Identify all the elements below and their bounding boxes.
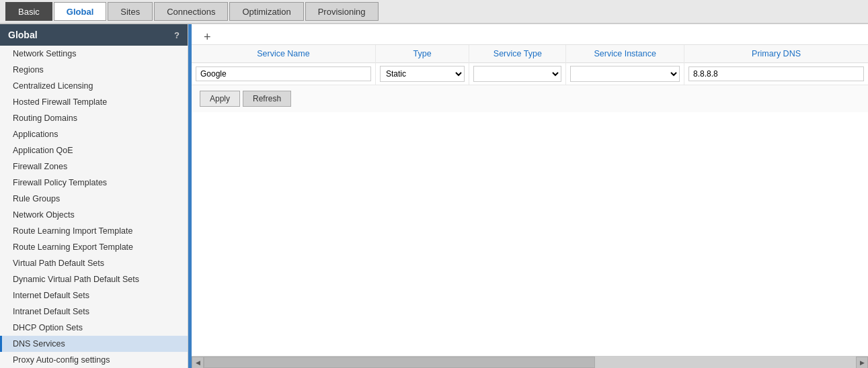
action-bar: Apply Refresh: [192, 85, 868, 112]
sidebar-item-internet-default-sets[interactable]: Internet Default Sets: [0, 287, 188, 304]
col-type: Type: [375, 45, 469, 63]
content-area: + Service Name Type Service Type Service…: [192, 24, 868, 368]
sidebar-item-route-learning-import-template[interactable]: Route Learning Import Template: [0, 223, 188, 239]
cell-service-name: [192, 63, 375, 85]
cell-service-type: [469, 63, 566, 85]
sidebar-item-regions[interactable]: Regions: [0, 62, 188, 78]
scroll-right-arrow[interactable]: ▶: [856, 357, 868, 369]
cell-instance: [566, 63, 684, 85]
sidebar-item-dns-services[interactable]: DNS Services: [0, 336, 188, 352]
sidebar-item-routing-domains[interactable]: Routing Domains: [0, 110, 188, 126]
col-instance: Service Instance: [566, 45, 684, 63]
type-select[interactable]: Static Dynamic: [380, 66, 465, 82]
cell-type: Static Dynamic: [375, 63, 469, 85]
service-type-select[interactable]: [473, 66, 561, 82]
instance-select[interactable]: [570, 66, 680, 82]
main-layout: Global ? Network SettingsRegionsCentrali…: [0, 24, 868, 368]
tab-optimization[interactable]: Optimization: [229, 2, 303, 21]
cell-primary-dns: [684, 63, 868, 85]
help-icon[interactable]: ?: [174, 30, 180, 40]
table-row: Static Dynamic: [192, 63, 868, 85]
scroll-thumb: [204, 357, 595, 368]
sidebar-item-hosted-firewall-template[interactable]: Hosted Firewall Template: [0, 94, 188, 110]
service-name-input[interactable]: [196, 66, 371, 81]
sidebar-item-network-objects[interactable]: Network Objects: [0, 207, 188, 223]
tab-basic[interactable]: Basic: [5, 2, 52, 21]
primary-dns-input[interactable]: [688, 66, 864, 81]
data-table: Service Name Type Service Type Service I…: [192, 45, 868, 85]
tab-connections[interactable]: Connections: [154, 2, 228, 21]
sidebar-items-container: Network SettingsRegionsCentralized Licen…: [0, 46, 188, 368]
sidebar-item-network-settings[interactable]: Network Settings: [0, 46, 188, 62]
tab-global[interactable]: Global: [54, 2, 106, 21]
horizontal-scrollbar: ◀ ▶: [192, 356, 868, 368]
sidebar: Global ? Network SettingsRegionsCentrali…: [0, 24, 188, 368]
sidebar-item-application-qoe[interactable]: Application QoE: [0, 142, 188, 158]
table-body: Static Dynamic: [192, 63, 868, 85]
table-top: +: [192, 24, 868, 45]
table-area: + Service Name Type Service Type Service…: [192, 24, 868, 356]
col-service-type: Service Type: [469, 45, 566, 63]
sidebar-header: Global ?: [0, 24, 188, 46]
scroll-track[interactable]: [204, 357, 856, 368]
sidebar-item-centralized-licensing[interactable]: Centralized Licensing: [0, 78, 188, 94]
content-wrapper: + Service Name Type Service Type Service…: [188, 24, 868, 368]
col-primary-dns: Primary DNS: [684, 45, 868, 63]
sidebar-item-route-learning-export-template[interactable]: Route Learning Export Template: [0, 239, 188, 255]
sidebar-item-applications[interactable]: Applications: [0, 126, 188, 142]
top-navigation: Basic Global Sites Connections Optimizat…: [0, 0, 868, 24]
tab-sites[interactable]: Sites: [108, 2, 153, 21]
sidebar-item-dhcp-option-sets[interactable]: DHCP Option Sets: [0, 320, 188, 336]
apply-button[interactable]: Apply: [200, 91, 240, 107]
sidebar-item-dynamic-virtual-path-default-sets[interactable]: Dynamic Virtual Path Default Sets: [0, 271, 188, 287]
refresh-button[interactable]: Refresh: [243, 91, 291, 107]
sidebar-item-virtual-path-default-sets[interactable]: Virtual Path Default Sets: [0, 255, 188, 271]
add-button[interactable]: +: [200, 30, 215, 44]
scroll-left-arrow[interactable]: ◀: [192, 357, 204, 369]
sidebar-item-proxy-auto-config-settings[interactable]: Proxy Auto-config settings: [0, 352, 188, 368]
table-header-row: Service Name Type Service Type Service I…: [192, 45, 868, 63]
tab-provisioning[interactable]: Provisioning: [305, 2, 379, 21]
sidebar-title: Global: [8, 30, 38, 40]
sidebar-item-intranet-default-sets[interactable]: Intranet Default Sets: [0, 304, 188, 320]
sidebar-item-rule-groups[interactable]: Rule Groups: [0, 191, 188, 207]
sidebar-item-firewall-zones[interactable]: Firewall Zones: [0, 158, 188, 175]
sidebar-item-firewall-policy-templates[interactable]: Firewall Policy Templates: [0, 175, 188, 191]
col-service-name: Service Name: [192, 45, 375, 63]
